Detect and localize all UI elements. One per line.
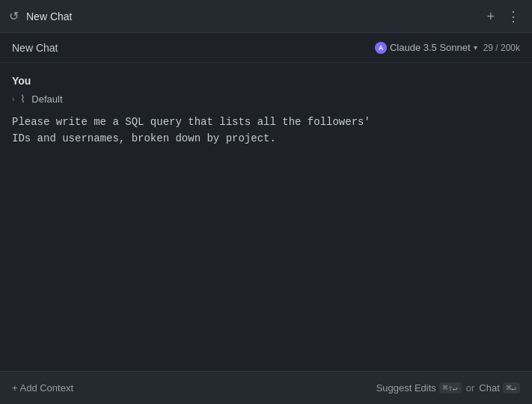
message-author: You	[12, 75, 520, 87]
chat-shortcut: ⌘↵	[503, 382, 520, 394]
main-content: You › ⌇ Default Please write me a SQL qu…	[0, 63, 532, 371]
chat-label: Chat	[479, 382, 499, 394]
message-text: Please write me a SQL query that lists a…	[12, 114, 520, 147]
tool-icon: ⌇	[20, 93, 25, 105]
or-separator: or	[466, 382, 475, 394]
add-context-button[interactable]: + Add Context	[12, 382, 73, 394]
back-icon[interactable]: ↺	[9, 9, 19, 23]
chat-button[interactable]: Chat ⌘↵	[479, 382, 520, 394]
more-button[interactable]: ⋮	[504, 8, 523, 25]
suggest-edits-label: Suggest Edits	[376, 382, 436, 394]
sub-header-right: A Claude 3.5 Sonnet ▾ 29 / 200k	[375, 42, 520, 54]
title-bar-actions: + ⋮	[483, 8, 523, 25]
model-name: Claude 3.5 Sonnet	[390, 42, 471, 53]
title-bar: ↺ New Chat + ⋮	[0, 0, 532, 33]
sub-header-title: New Chat	[12, 42, 58, 54]
model-icon: A	[375, 42, 387, 54]
tool-call[interactable]: › ⌇ Default	[12, 93, 520, 105]
suggest-edits-shortcut: ⌘⇧↵	[439, 382, 462, 394]
suggest-edits-button[interactable]: Suggest Edits ⌘⇧↵	[376, 382, 462, 394]
chevron-right-icon: ›	[12, 95, 14, 103]
bottom-bar: + Add Context Suggest Edits ⌘⇧↵ or Chat …	[0, 371, 532, 404]
title-bar-title: New Chat	[26, 10, 476, 22]
bottom-actions: Suggest Edits ⌘⇧↵ or Chat ⌘↵	[376, 382, 520, 394]
chevron-down-icon: ▾	[474, 43, 477, 52]
add-button[interactable]: +	[483, 8, 498, 25]
token-count: 29 / 200k	[483, 43, 520, 53]
sub-header: New Chat A Claude 3.5 Sonnet ▾ 29 / 200k	[0, 33, 532, 63]
model-selector[interactable]: A Claude 3.5 Sonnet ▾	[375, 42, 477, 54]
tool-call-label: Default	[31, 94, 62, 105]
message-block: You › ⌇ Default Please write me a SQL qu…	[12, 75, 520, 147]
